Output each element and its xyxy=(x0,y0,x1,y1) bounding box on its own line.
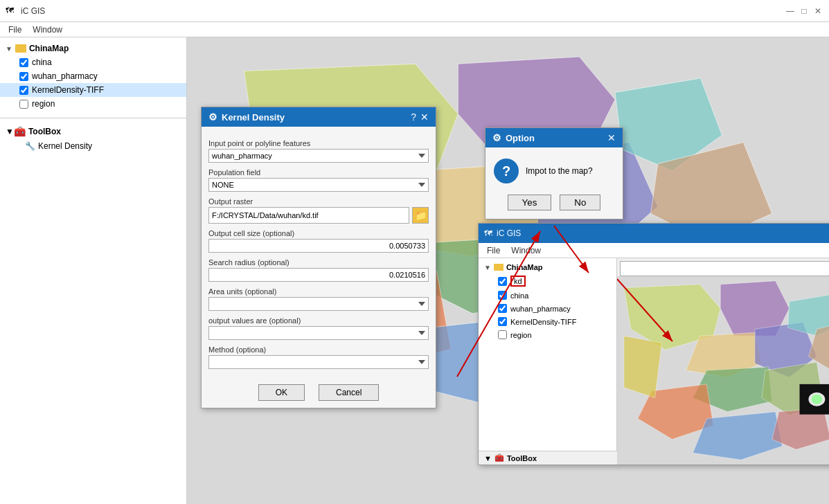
inner-layer-checkbox-kerneldensity[interactable] xyxy=(498,317,507,326)
cancel-button[interactable]: Cancel xyxy=(319,384,379,401)
inner-layer-kerneldensity: KernelDensity-TIFF xyxy=(479,315,616,328)
app-title: iC GIS xyxy=(21,6,785,16)
layer-item-kerneldensity: KernelDensity-TIFF xyxy=(0,83,186,97)
left-panel: ▼ ChinaMap china wuhan_pharmacy KernelDe… xyxy=(0,37,187,504)
toolbox-icon: 🧰 xyxy=(14,126,26,137)
window-controls: — □ ✕ xyxy=(785,6,823,17)
close-button[interactable]: ✕ xyxy=(812,6,823,17)
search-radius-label: Search radius (optional) xyxy=(208,258,429,267)
ok-button[interactable]: OK xyxy=(258,384,305,401)
inner-layer-label-region: region xyxy=(510,331,532,339)
inner-layer-checkbox-china[interactable] xyxy=(498,291,507,300)
input-features-label: Input point or polyline features xyxy=(208,139,429,147)
folder-icon xyxy=(15,44,26,53)
app-icon: 🗺 xyxy=(6,6,17,17)
minimize-button[interactable]: — xyxy=(785,6,796,17)
method-label: Method (optiona) xyxy=(208,345,429,354)
maximize-button[interactable]: □ xyxy=(799,6,810,17)
kernel-density-titlebar[interactable]: ⚙ Kernel Density ? ✕ xyxy=(202,107,436,127)
toolbox-header[interactable]: ▼ 🧰 ToolBox xyxy=(0,124,186,139)
inner-expand-icon: ▼ xyxy=(484,264,491,271)
main-layout: ▼ ChinaMap china wuhan_pharmacy KernelDe… xyxy=(0,37,829,504)
inner-layer-label-kerneldensity: KernelDensity-TIFF xyxy=(510,318,576,326)
wrench-icon: 🔧 xyxy=(25,141,35,151)
inner-layer-checkbox-region[interactable] xyxy=(498,330,507,339)
inner-menu-window[interactable]: Window xyxy=(506,244,546,257)
inner-menu-bar: File Window xyxy=(479,243,829,258)
input-features-select[interactable]: wuhan_pharmacy xyxy=(208,149,429,163)
layer-checkbox-kerneldensity[interactable] xyxy=(19,86,28,95)
output-raster-label: Output raster xyxy=(208,197,429,206)
layer-group-chinamap[interactable]: ▼ ChinaMap xyxy=(0,42,186,55)
toolbox-item-kerneldensity[interactable]: 🔧 Kernel Density xyxy=(0,139,186,153)
inner-layer-section: ▼ ChinaMap kd china xyxy=(479,258,616,344)
layer-checkbox-china[interactable] xyxy=(19,58,28,67)
inner-menu-file[interactable]: File xyxy=(481,244,506,257)
search-radius-input[interactable] xyxy=(208,268,429,282)
yes-button[interactable]: Yes xyxy=(508,195,552,210)
inner-layer-group[interactable]: ▼ ChinaMap xyxy=(479,261,616,273)
title-bar: 🗺 iC GIS — □ ✕ xyxy=(0,0,829,22)
inner-layer-label-kd: kd xyxy=(510,276,526,287)
population-field-select[interactable]: NONE xyxy=(208,178,429,192)
layer-item-china: china xyxy=(0,55,186,69)
layer-item-region: region xyxy=(0,97,186,111)
menu-file[interactable]: File xyxy=(3,24,27,36)
kernel-density-close-button[interactable]: ✕ xyxy=(420,111,429,123)
panel-divider xyxy=(0,118,186,118)
toolbox-section: ▼ 🧰 ToolBox 🔧 Kernel Density xyxy=(0,121,186,156)
option-buttons: Yes No xyxy=(485,189,623,219)
toolbox-label: ToolBox xyxy=(28,127,61,136)
cell-size-input[interactable] xyxy=(208,239,429,253)
layer-checkbox-region[interactable] xyxy=(19,100,28,109)
dialog-controls: ? ✕ xyxy=(411,111,429,123)
inner-map-area[interactable] xyxy=(617,258,829,465)
layer-item-wuhan: wuhan_pharmacy xyxy=(0,69,186,83)
method-select[interactable] xyxy=(208,355,429,369)
toolbox-item-label: Kernel Density xyxy=(38,141,92,151)
inner-layer-label-wuhan: wuhan_pharmacy xyxy=(510,305,571,313)
menu-window[interactable]: Window xyxy=(27,24,68,36)
option-body: ? Impot to the map? xyxy=(485,147,623,189)
output-raster-browse-button[interactable]: 📁 xyxy=(412,207,429,224)
inner-layer-kd: kd xyxy=(479,273,616,289)
layer-label-china: china xyxy=(32,57,52,67)
option-titlebar[interactable]: ⚙ Option ✕ xyxy=(485,128,623,147)
layer-group-label: ChinaMap xyxy=(29,44,69,53)
kernel-density-icon: ⚙ xyxy=(208,111,217,123)
inner-layer-checkbox-kd[interactable] xyxy=(498,277,507,286)
cell-size-label: Output cell size (optional) xyxy=(208,229,429,237)
kernel-density-help-button[interactable]: ? xyxy=(411,111,416,123)
output-values-select[interactable] xyxy=(208,326,429,340)
inner-left-panel: ▼ ChinaMap kd china xyxy=(479,258,617,465)
layer-label-region: region xyxy=(32,99,55,109)
inner-toolbox-section: ▼ 🧰 ToolBox xyxy=(479,451,617,465)
area-units-label: Area units (optional) xyxy=(208,287,429,296)
no-button[interactable]: No xyxy=(560,195,600,210)
inner-folder-icon xyxy=(494,264,503,271)
kernel-density-title: Kernel Density xyxy=(222,112,285,123)
inner-toolbox-icon: 🧰 xyxy=(494,453,504,462)
inner-toolbox-label: ToolBox xyxy=(507,454,537,462)
inner-toolbox-expand: ▼ xyxy=(484,454,492,462)
option-title: Option xyxy=(506,133,535,143)
option-controls: ✕ xyxy=(607,132,616,143)
area-units-select[interactable] xyxy=(208,297,429,311)
layer-section: ▼ ChinaMap china wuhan_pharmacy KernelDe… xyxy=(0,37,186,115)
layer-label-wuhan: wuhan_pharmacy xyxy=(32,71,98,81)
inner-layer-region: region xyxy=(479,328,616,341)
output-raster-input[interactable] xyxy=(208,207,409,224)
inner-title-bar[interactable]: 🗺 iC GIS xyxy=(479,224,829,243)
option-close-button[interactable]: ✕ xyxy=(607,132,616,143)
option-dialog: ⚙ Option ✕ ? Impot to the map? Yes No xyxy=(485,127,623,219)
toolbox-expand-icon: ▼ xyxy=(6,127,14,136)
map-area[interactable]: ⚙ Kernel Density ? ✕ Input point or poly… xyxy=(187,37,829,504)
inner-layer-checkbox-wuhan[interactable] xyxy=(498,304,507,313)
inner-layer-wuhan: wuhan_pharmacy xyxy=(479,302,616,315)
inner-body: ▼ ChinaMap kd china xyxy=(479,258,829,465)
kernel-density-body: Input point or polyline features wuhan_p… xyxy=(202,127,436,376)
option-question-icon: ? xyxy=(494,159,519,183)
layer-label-kerneldensity: KernelDensity-TIFF xyxy=(32,85,104,95)
inner-map-search[interactable] xyxy=(620,261,829,276)
layer-checkbox-wuhan[interactable] xyxy=(19,72,28,81)
